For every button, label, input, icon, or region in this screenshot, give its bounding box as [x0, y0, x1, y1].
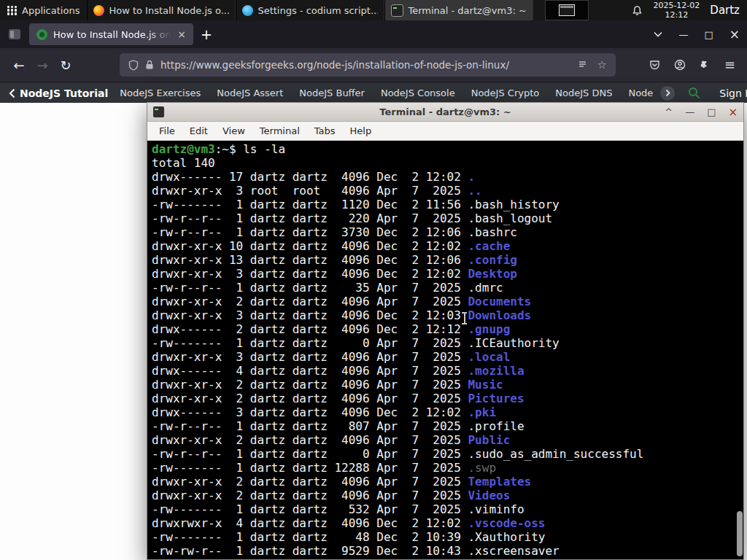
toolbar-right-icons: ≡ [649, 58, 740, 71]
bookmark-star-icon[interactable]: ☆ [597, 58, 607, 71]
extensions-puzzle-icon[interactable] [700, 60, 711, 71]
terminal-output: dartz@vm3:~$ ls -la total 140 drwx------… [147, 141, 743, 558]
browser-tab[interactable]: How to Install Node.js on × [29, 23, 193, 45]
site-subnav: NodeJS Tutorial NodeJS ExercisesNodeJS A… [0, 82, 747, 104]
applications-grid-icon [7, 6, 17, 15]
terminal-scrollbar[interactable] [735, 141, 743, 559]
codium-window-icon [242, 5, 253, 16]
window-button-title: Terminal - dartz@vm3: ~ [408, 5, 526, 16]
forward-button[interactable]: → [31, 53, 54, 77]
terminal-body[interactable]: dartz@vm3:~$ ls -la total 140 drwx------… [147, 141, 743, 559]
pager-window-icon [559, 4, 575, 16]
terminal-window-icon [391, 4, 403, 17]
terminal-close-button[interactable]: × [728, 106, 738, 119]
browser-toolbar: ← → ↻ https://www.geeksforgeeks.org/node… [0, 48, 747, 82]
site-nav-link[interactable]: NodeJS Console [381, 88, 455, 98]
sign-in-button[interactable]: Sign In [719, 88, 747, 99]
geeksforgeeks-favicon [36, 29, 47, 40]
top-panel: Applications How to Install Node.js o...… [0, 0, 747, 20]
tracking-shield-icon[interactable] [128, 60, 139, 71]
panel-window-button[interactable]: How to Install Node.js o... [87, 0, 236, 20]
terminal-menu-file[interactable]: File [153, 124, 181, 138]
url-bar[interactable]: https://www.geeksforgeeks.org/node-js/in… [120, 53, 616, 77]
site-nav-primary-link[interactable]: NodeJS Tutorial [20, 88, 108, 99]
panel-right: 2025-12-02 12:12 Dartz [632, 0, 747, 20]
terminal-menu-edit[interactable]: Edit [184, 124, 214, 138]
pocket-icon[interactable] [649, 60, 660, 71]
tab-title: How to Install Node.js on [53, 29, 171, 40]
notification-bell-icon[interactable] [632, 5, 643, 16]
search-icon[interactable] [688, 87, 700, 99]
terminal-shade-button[interactable]: ^ [665, 106, 673, 117]
terminal-menu-view[interactable]: View [217, 124, 251, 138]
terminal-maximize-button[interactable]: □ [707, 106, 716, 117]
panel-window-buttons: How to Install Node.js o...Settings - co… [87, 0, 533, 20]
list-all-tabs-icon[interactable] [654, 31, 662, 37]
terminal-app-icon [153, 106, 164, 117]
firefox-view-icon[interactable] [7, 27, 22, 42]
window-button-title: Settings - codium script... [258, 5, 378, 16]
workspace-pager[interactable] [545, 0, 589, 20]
terminal-scrollbar-thumb[interactable] [737, 511, 743, 556]
terminal-title: Terminal - dartz@vm3: ~ [147, 106, 743, 117]
clock-date: 2025-12-02 [653, 1, 700, 10]
terminal-window: Terminal - dartz@vm3: ~ ^ — □ × FileEdit… [147, 102, 744, 560]
window-close-button[interactable]: × [729, 27, 740, 42]
panel-window-button[interactable]: Terminal - dartz@vm3: ~ [384, 0, 533, 20]
window-button-title: How to Install Node.js o... [109, 5, 229, 16]
urlbar-page-actions: ☆ [578, 58, 607, 71]
site-nav-link[interactable]: NodeJS Buffer [299, 88, 365, 98]
window-minimize-button[interactable]: — [678, 29, 688, 40]
hamburger-menu-icon[interactable]: ≡ [724, 58, 735, 71]
terminal-window-controls: ^ — □ × [665, 106, 738, 119]
site-nav-link[interactable]: NodeJS Assert [217, 88, 283, 98]
account-icon[interactable] [674, 59, 686, 71]
site-nav-link[interactable]: NodeJS Exercises [120, 88, 201, 98]
terminal-menu-help[interactable]: Help [344, 124, 378, 138]
scroll-right-button[interactable] [660, 86, 675, 101]
applications-menu-button[interactable]: Applications [0, 0, 87, 20]
chevron-left-icon[interactable] [9, 88, 15, 98]
reader-view-icon[interactable] [578, 61, 587, 70]
site-nav-links: NodeJS ExercisesNodeJS AssertNodeJS Buff… [120, 88, 653, 98]
browser-tab-bar: How to Install Node.js on × + — □ × [0, 20, 747, 48]
site-nav-link[interactable]: Node [628, 88, 653, 98]
new-tab-button[interactable]: + [201, 28, 212, 42]
tabbar-right-controls: — □ × [654, 27, 740, 42]
terminal-minimize-button[interactable]: — [685, 106, 694, 117]
site-nav-link[interactable]: NodeJS DNS [555, 88, 612, 98]
url-text[interactable]: https://www.geeksforgeeks.org/node-js/in… [160, 59, 571, 71]
tab-close-icon[interactable]: × [177, 29, 186, 39]
back-button[interactable]: ← [7, 53, 31, 77]
applications-label: Applications [22, 5, 80, 16]
panel-user-menu[interactable]: Dartz [710, 4, 740, 17]
window-maximize-button[interactable]: □ [704, 29, 713, 40]
firefox-window-icon [93, 5, 104, 16]
panel-clock[interactable]: 2025-12-02 12:12 [653, 1, 700, 20]
terminal-titlebar[interactable]: Terminal - dartz@vm3: ~ ^ — □ × [147, 103, 743, 122]
reload-button[interactable]: ↻ [54, 53, 77, 77]
panel-window-button[interactable]: Settings - codium script... [236, 0, 384, 20]
terminal-menubar: FileEditViewTerminalTabsHelp [147, 122, 743, 141]
clock-time: 12:12 [653, 10, 700, 20]
terminal-menu-terminal[interactable]: Terminal [254, 124, 306, 138]
terminal-menu-tabs[interactable]: Tabs [309, 124, 341, 138]
site-nav-link[interactable]: NodeJS Crypto [471, 88, 540, 98]
lock-icon[interactable] [145, 60, 154, 70]
